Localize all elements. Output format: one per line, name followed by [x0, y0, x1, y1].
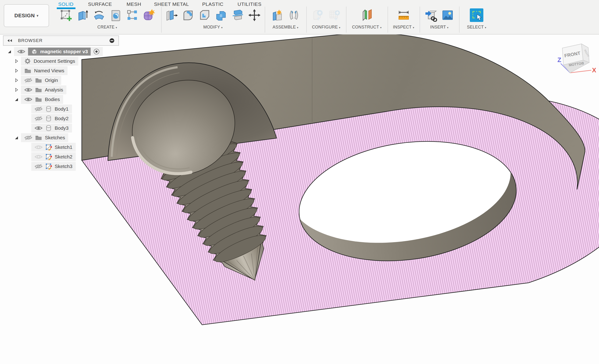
sketch-icon: [45, 144, 52, 151]
group-configure: CONFIGURE▾: [306, 7, 346, 33]
sketch-icon: [45, 153, 52, 160]
tree-label: Origin: [45, 77, 58, 83]
tree-row-body2[interactable]: Body2: [31, 114, 72, 123]
extrude-icon[interactable]: [76, 8, 89, 22]
eye-hidden-icon[interactable]: [24, 135, 32, 140]
folder-icon: [35, 135, 42, 140]
tree-row-sketch1[interactable]: Sketch1: [31, 143, 76, 152]
tree-row-origin[interactable]: Origin: [14, 76, 61, 85]
split-body-icon[interactable]: [231, 8, 245, 22]
fillet-icon[interactable]: [181, 8, 195, 22]
tree-row-body3[interactable]: Body3: [31, 124, 72, 133]
viewcube[interactable]: FRONT RIGHT BOTTOM Z X: [557, 44, 596, 74]
tree-row-sketches[interactable]: Sketches: [14, 133, 68, 142]
new-component-icon[interactable]: [271, 8, 284, 22]
press-pull-icon[interactable]: [165, 8, 178, 22]
construction-plane-icon[interactable]: [360, 8, 374, 22]
group-assemble: ASSEMBLE▾: [265, 7, 307, 33]
eye-dimmed-icon[interactable]: [35, 154, 43, 160]
chevron-down-icon: ▾: [297, 26, 298, 29]
group-select: SELECT▾: [459, 7, 494, 33]
tree-row-named-views[interactable]: Named Views: [14, 66, 68, 75]
group-construct: CONSTRUCT▾: [346, 7, 388, 33]
group-insert: INSERT▾: [420, 7, 459, 33]
group-label-assemble[interactable]: ASSEMBLE▾: [273, 25, 298, 30]
chevron-down-icon: ▾: [380, 26, 381, 29]
joint-icon[interactable]: [287, 8, 301, 22]
tree-label: Body1: [55, 106, 69, 112]
combine-icon[interactable]: [214, 8, 228, 22]
eye-icon[interactable]: [24, 97, 32, 102]
group-label-construct[interactable]: CONSTRUCT▾: [352, 25, 382, 30]
create-sketch-icon[interactable]: [59, 8, 73, 22]
chevron-down-icon: ▾: [37, 14, 39, 17]
model-scene: FRONT RIGHT BOTTOM Z X: [0, 34, 599, 364]
group-modify: MODIFY▾: [161, 7, 265, 33]
group-label-configure[interactable]: CONFIGURE▾: [312, 25, 340, 30]
folder-icon: [35, 77, 42, 83]
collapsed-icon[interactable]: [14, 69, 19, 73]
browser-header: BROWSER: [3, 35, 119, 46]
chevron-down-icon: ▾: [485, 26, 486, 29]
tree-row-document-settings[interactable]: Document Settings: [14, 57, 78, 66]
shell-icon[interactable]: [198, 8, 211, 22]
expanded-icon[interactable]: [14, 97, 19, 102]
hole-icon[interactable]: [109, 8, 123, 22]
eye-hidden-icon[interactable]: [35, 164, 43, 169]
group-label-inspect[interactable]: INSPECT▾: [393, 25, 414, 30]
tree-label: Sketches: [45, 135, 65, 140]
component-icon: [31, 48, 38, 55]
browser-title: BROWSER: [18, 38, 43, 43]
eye-dimmed-icon[interactable]: [35, 144, 43, 150]
component-name: magnetic stopper v3: [40, 49, 88, 54]
tree-row-sketch2[interactable]: Sketch2: [31, 152, 76, 161]
tree-row-root[interactable]: magnetic stopper v3: [7, 47, 103, 56]
chevron-down-icon: ▾: [413, 26, 414, 29]
display-settings-icon[interactable]: [109, 38, 115, 43]
eye-icon[interactable]: [17, 49, 25, 54]
chevron-down-icon: ▾: [221, 26, 223, 29]
select-icon[interactable]: [470, 8, 483, 22]
tree-row-sketch3[interactable]: Sketch3: [31, 162, 76, 171]
group-create: CREATE▾: [53, 7, 162, 33]
sketch-icon: [45, 163, 52, 170]
workspace-label: DESIGN: [15, 13, 35, 19]
axis-x-label[interactable]: X: [592, 67, 596, 74]
create-form-icon[interactable]: [142, 8, 156, 22]
move-copy-icon[interactable]: [248, 8, 261, 22]
activate-radio-icon[interactable]: [93, 49, 99, 55]
expanded-icon[interactable]: [14, 135, 19, 140]
group-label-insert[interactable]: INSERT▾: [430, 25, 448, 30]
tree-label: Bodies: [45, 97, 60, 102]
selected-component[interactable]: magnetic stopper v3: [28, 48, 91, 56]
group-label-create[interactable]: CREATE▾: [97, 25, 117, 30]
viewport-canvas[interactable]: FRONT RIGHT BOTTOM Z X: [0, 34, 599, 364]
eye-icon[interactable]: [24, 87, 32, 93]
chevron-down-icon: ▾: [116, 26, 117, 29]
collapsed-icon[interactable]: [14, 88, 19, 92]
expanded-icon[interactable]: [7, 50, 12, 54]
group-label-modify[interactable]: MODIFY▾: [203, 25, 223, 30]
tree-row-bodies[interactable]: Bodies: [14, 95, 63, 104]
collapsed-icon[interactable]: [14, 78, 19, 82]
axis-z-label[interactable]: Z: [557, 57, 561, 63]
canvas-icon[interactable]: [441, 8, 454, 22]
measure-icon[interactable]: [397, 8, 410, 22]
eye-hidden-icon[interactable]: [35, 106, 43, 112]
group-inspect: INSPECT▾: [388, 7, 420, 33]
configuration-icon[interactable]: [311, 8, 325, 22]
rectangular-pattern-icon[interactable]: [125, 8, 139, 22]
workspace-switcher[interactable]: DESIGN ▾: [4, 4, 49, 27]
folder-icon: [35, 97, 42, 102]
eye-hidden-icon[interactable]: [35, 116, 43, 121]
tree-row-analysis[interactable]: Analysis: [14, 85, 66, 94]
group-label-select[interactable]: SELECT▾: [467, 25, 486, 30]
collapsed-icon[interactable]: [14, 59, 19, 63]
insert-derive-icon[interactable]: [424, 8, 438, 22]
collapse-panel-icon[interactable]: [7, 38, 13, 43]
revolve-icon[interactable]: [92, 8, 106, 22]
eye-hidden-icon[interactable]: [24, 77, 32, 83]
tree-row-body1[interactable]: Body1: [31, 104, 72, 113]
eye-icon[interactable]: [35, 125, 43, 131]
configuration-table-icon[interactable]: [328, 8, 341, 22]
